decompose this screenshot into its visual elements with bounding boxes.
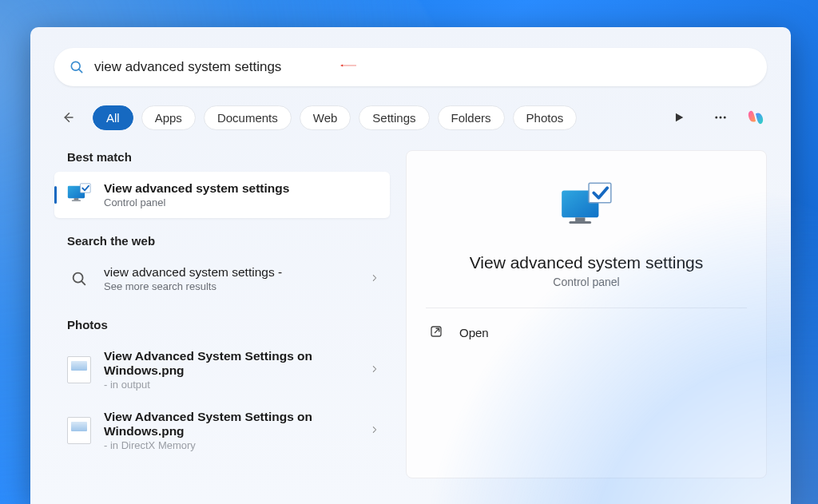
copilot-button[interactable] [745, 106, 767, 129]
section-header-photos: Photos [67, 318, 390, 331]
section-header-best-match: Best match [67, 150, 390, 164]
svg-point-6 [715, 117, 717, 119]
detail-title: View advanced system settings [470, 253, 704, 272]
search-window: All Apps Documents Web Settings Folders … [30, 27, 791, 504]
more-button[interactable] [709, 106, 732, 129]
chevron-right-icon [371, 363, 379, 377]
result-subtitle: Control panel [104, 196, 379, 208]
result-photo-1[interactable]: View Advanced System Settings on Windows… [54, 400, 390, 461]
search-input[interactable] [94, 59, 752, 75]
result-subtitle: - in DirectX Memory [104, 439, 364, 451]
section-best-match: Best match View advanced system settings [54, 150, 390, 218]
result-photo-0[interactable]: View Advanced System Settings on Windows… [54, 339, 390, 400]
result-subtitle: - in output [104, 379, 364, 391]
filter-photos[interactable]: Photos [513, 105, 578, 130]
svg-point-7 [720, 117, 722, 119]
svg-rect-16 [575, 217, 585, 221]
filter-apps[interactable]: Apps [141, 105, 196, 130]
result-title: View Advanced System Settings on Windows… [104, 410, 364, 439]
svg-rect-10 [74, 198, 79, 200]
filter-row: All Apps Documents Web Settings Folders … [54, 104, 767, 131]
search-icon [66, 265, 93, 292]
filter-folders[interactable]: Folders [438, 105, 505, 130]
detail-hero: View advanced system settings Control pa… [426, 170, 747, 308]
system-properties-icon [557, 178, 616, 237]
filter-documents[interactable]: Documents [204, 105, 292, 130]
result-title: view advanced system settings - [104, 265, 364, 280]
detail-subtitle: Control panel [553, 276, 619, 288]
section-header-search-web: Search the web [67, 234, 390, 248]
svg-marker-5 [676, 113, 683, 122]
action-open[interactable]: Open [426, 308, 747, 356]
chevron-right-icon [371, 272, 379, 286]
search-bar[interactable] [54, 48, 767, 86]
filter-all[interactable]: All [93, 105, 133, 130]
svg-rect-18 [589, 183, 611, 203]
action-label: Open [459, 326, 489, 339]
result-title: View Advanced System Settings on Windows… [104, 349, 364, 378]
detail-pane: View advanced system settings Control pa… [406, 150, 767, 478]
svg-point-8 [724, 117, 726, 119]
play-icon [673, 112, 685, 123]
svg-line-1 [79, 69, 82, 73]
system-properties-icon [66, 181, 93, 208]
results-left-column: Best match View advanced system settings [54, 150, 390, 478]
back-button[interactable] [54, 104, 81, 131]
chevron-right-icon [371, 424, 379, 438]
filter-settings[interactable]: Settings [359, 105, 429, 130]
result-best-match[interactable]: View advanced system settings Control pa… [54, 172, 390, 218]
play-button[interactable] [668, 106, 690, 129]
svg-line-14 [81, 281, 85, 284]
result-web[interactable]: view advanced system settings - See more… [54, 256, 390, 302]
copilot-icon [745, 105, 767, 129]
back-icon [61, 110, 75, 125]
search-icon [69, 59, 85, 75]
result-title: View advanced system settings [104, 181, 379, 196]
result-subtitle: See more search results [104, 280, 364, 292]
svg-rect-12 [80, 184, 90, 192]
svg-rect-17 [569, 221, 591, 224]
section-photos: Photos View Advanced System Settings on … [54, 318, 390, 461]
file-icon [66, 356, 93, 383]
more-icon [713, 110, 728, 125]
filter-web[interactable]: Web [300, 105, 351, 130]
svg-rect-11 [72, 200, 81, 200]
open-external-icon [429, 324, 445, 340]
file-icon [66, 417, 93, 444]
section-search-web: Search the web view advanced system sett… [54, 234, 390, 302]
